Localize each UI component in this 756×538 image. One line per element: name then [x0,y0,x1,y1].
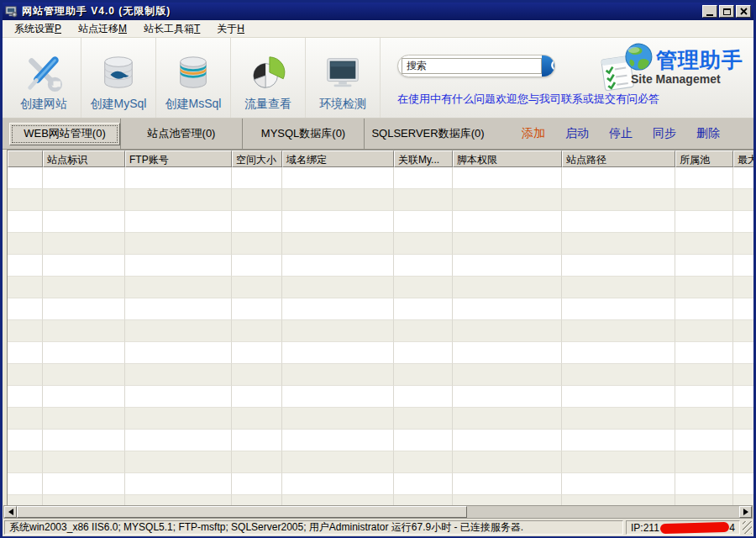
environment-check-button[interactable]: 环境检测 [306,38,381,118]
column-header-site-path[interactable]: 站点路径 [562,150,675,167]
column-header-script-permission[interactable]: 脚本权限 [453,150,562,167]
menu-site-migration[interactable]: 站点迁移M [70,19,135,39]
table-cell [453,167,562,189]
menu-system-settings[interactable]: 系统设置P [6,19,70,39]
scroll-right-button[interactable] [739,506,752,518]
tab-web-site-management[interactable]: WEB网站管理(0) [9,123,120,145]
table-cell [43,277,125,298]
table-cell [232,320,282,342]
maximize-button[interactable] [719,5,734,18]
table-cell [562,473,675,495]
table-row[interactable] [8,408,753,430]
table-row[interactable] [8,320,753,342]
scroll-left-button[interactable] [4,506,17,518]
table-row[interactable] [8,277,753,298]
column-header-site-id[interactable]: 站点标识 [43,150,125,167]
menu-about[interactable]: 关于H [208,19,253,39]
table-cell [394,233,453,255]
table-cell [675,211,733,233]
table-row[interactable] [8,386,753,408]
resize-grip[interactable] [743,521,752,534]
column-header-ftp-account[interactable]: FTP账号 [125,150,232,167]
scroll-right-icon [743,509,748,515]
add-action[interactable]: 添加 [522,126,545,141]
create-mssql-button[interactable]: 创建MsSql [156,38,231,118]
table-cell [232,364,282,386]
table-row[interactable] [8,473,753,495]
table-cell [125,451,232,473]
table-cell [453,189,562,211]
logo-subtitle: Site Managemet [631,72,721,86]
table-cell [394,342,453,364]
table-cell [733,342,753,364]
table-cell [282,298,394,320]
start-action[interactable]: 启动 [565,126,589,141]
table-body [8,167,753,505]
tool-label: 创建MySql [91,97,147,112]
table-row[interactable] [8,211,753,233]
table-cell [733,255,753,277]
table-cell [675,277,733,298]
sync-action[interactable]: 同步 [653,126,676,141]
table-row[interactable] [8,342,753,364]
table-cell [232,495,282,505]
table-row[interactable] [8,451,753,473]
search-input[interactable] [402,58,542,74]
column-header-domain-binding[interactable]: 域名绑定 [282,150,394,167]
create-website-button[interactable]: 创建网站 [7,38,81,118]
table-cell [453,451,562,473]
table-cell [8,211,43,233]
traffic-view-button[interactable]: 流量查看 [231,38,306,118]
stop-action[interactable]: 停止 [609,126,633,141]
table-cell [282,386,394,408]
table-cell [8,233,43,255]
table-cell [562,364,675,386]
table-cell [282,342,394,364]
horizontal-scrollbar[interactable] [3,505,753,519]
table-row[interactable] [8,364,753,386]
close-button[interactable] [736,5,751,18]
table-cell [125,298,232,320]
scrollbar-thumb[interactable] [17,506,467,518]
table-cell [232,298,282,320]
ip-redaction [660,521,729,533]
tool-label: 创建网站 [20,97,67,112]
create-mysql-button[interactable]: 创建MySql [81,38,156,118]
table-cell [8,430,43,451]
table-cell [8,386,43,408]
maximize-icon [723,8,731,15]
column-header-pool[interactable]: 所属池 [675,150,733,167]
column-header-space-size[interactable]: 空间大小 [232,150,282,167]
column-header-linked-mysql[interactable]: 关联My... [394,150,453,167]
table-cell [43,255,125,277]
table-cell [282,473,394,495]
tool-label: 创建MsSql [165,97,222,112]
table-row[interactable] [8,189,753,211]
menu-webmaster-tools[interactable]: 站长工具箱T [135,19,208,39]
table-row[interactable] [8,167,753,189]
table-row[interactable] [8,255,753,277]
tab-site-pool-management[interactable]: 站点池管理(0) [120,119,242,149]
table-cell [675,320,733,342]
table-row[interactable] [8,495,753,505]
table-cell [394,277,453,298]
tab-sqlserver-database[interactable]: SQLSERVER数据库(0) [364,119,491,149]
table-cell [733,451,753,473]
minimize-button[interactable] [702,5,717,18]
column-header-max[interactable]: 最大 [733,150,753,167]
table-row[interactable] [8,298,753,320]
tab-mysql-database[interactable]: MYSQL数据库(0) [242,119,364,149]
table-cell [562,167,675,189]
table-cell [394,386,453,408]
table-cell [125,167,232,189]
scrollbar-track[interactable] [467,506,739,518]
table-cell [733,364,753,386]
table-cell [675,364,733,386]
column-header-select[interactable] [8,150,43,167]
table-cell [125,277,232,298]
table-cell [733,167,753,189]
table-row[interactable] [8,430,753,451]
table-row[interactable] [8,233,753,255]
delete-action[interactable]: 删除 [696,126,720,141]
table-cell [125,233,232,255]
